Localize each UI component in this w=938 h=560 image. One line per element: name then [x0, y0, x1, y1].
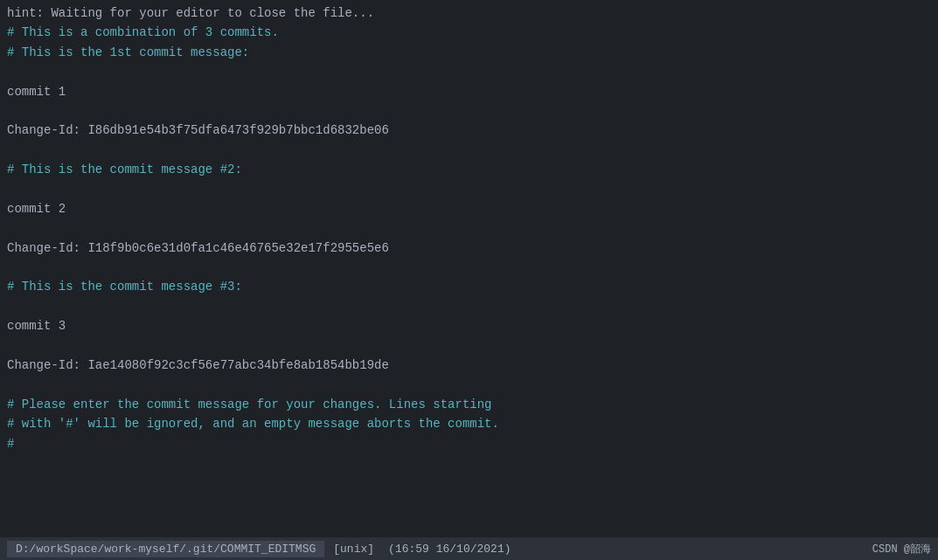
terminal-line	[7, 258, 931, 277]
terminal-line: commit 3	[7, 316, 931, 335]
terminal-line: Change-Id: I86db91e54b3f75dfa6473f929b7b…	[7, 121, 931, 140]
terminal-line: # This is the commit message #3:	[7, 277, 931, 296]
terminal-line	[7, 141, 931, 160]
editor-content: hint: Waiting for your editor to close t…	[0, 0, 938, 537]
terminal-line	[7, 375, 931, 394]
terminal-line: #	[7, 434, 931, 453]
terminal-line	[7, 297, 931, 316]
terminal-line: commit 2	[7, 199, 931, 218]
terminal-line	[7, 101, 931, 121]
terminal-line: # with '#' will be ignored, and an empty…	[7, 414, 931, 433]
status-format: [unix]	[324, 541, 383, 557]
terminal-line	[7, 180, 931, 199]
terminal-line: hint: Waiting for your editor to close t…	[7, 3, 931, 23]
status-bar: D:/workSpace/work-myself/.git/COMMIT_EDI…	[0, 537, 938, 560]
terminal-window: hint: Waiting for your editor to close t…	[0, 0, 938, 560]
terminal-line: # Please enter the commit message for yo…	[7, 395, 931, 414]
terminal-line: Change-Id: Iae14080f92c3cf56e77abc34bfe8…	[7, 356, 931, 375]
terminal-line: # This is the 1st commit message:	[7, 43, 931, 62]
status-filepath: D:/workSpace/work-myself/.git/COMMIT_EDI…	[7, 541, 324, 557]
terminal-line	[7, 218, 931, 238]
status-right: CSDN @韶海	[872, 542, 931, 557]
status-time: (16:59 16/10/2021)	[383, 541, 516, 557]
terminal-line: Change-Id: I18f9b0c6e31d0fa1c46e46765e32…	[7, 239, 931, 258]
terminal-line: commit 1	[7, 82, 931, 101]
terminal-line: # This is the commit message #2:	[7, 160, 931, 179]
terminal-line: # This is a combination of 3 commits.	[7, 23, 931, 42]
status-watermark: CSDN @韶海	[872, 542, 931, 557]
terminal-line	[7, 336, 931, 356]
terminal-line	[7, 62, 931, 81]
